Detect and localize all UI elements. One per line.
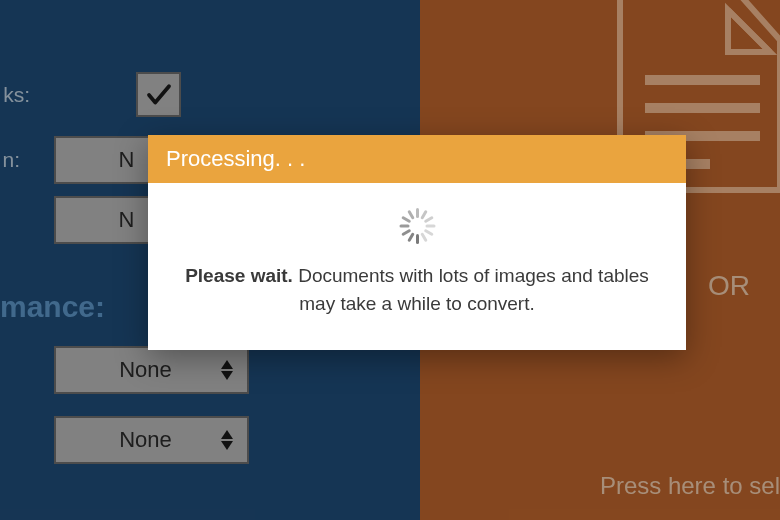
modal-title: Processing. . . bbox=[148, 135, 686, 183]
option-n1-value: N bbox=[119, 147, 135, 173]
or-label: OR bbox=[708, 270, 750, 302]
processing-modal: Processing. . . Please wait. Documents w… bbox=[148, 135, 686, 350]
modal-message-tail: Documents with lots of images and tables… bbox=[298, 265, 649, 314]
stepper-arrows-icon bbox=[221, 360, 233, 380]
links-checkbox[interactable] bbox=[136, 72, 181, 117]
press-here-label: Press here to sel bbox=[600, 472, 780, 500]
option-n1-label: n: bbox=[0, 148, 30, 172]
check-icon bbox=[144, 80, 174, 110]
performance-stepper-2[interactable]: None bbox=[54, 416, 249, 464]
modal-message: Please wait. Documents with lots of imag… bbox=[178, 262, 656, 317]
performance-stepper-1-value: None bbox=[70, 357, 221, 383]
performance-stepper-2-value: None bbox=[70, 427, 221, 453]
modal-wait-label: Please wait. bbox=[185, 265, 293, 286]
links-label: ks: bbox=[0, 83, 40, 107]
stepper-arrows-icon bbox=[221, 430, 233, 450]
option-n2-value: N bbox=[119, 207, 135, 233]
performance-stepper-1[interactable]: None bbox=[54, 346, 249, 394]
spinner-icon bbox=[399, 208, 435, 244]
performance-heading: mance: bbox=[0, 290, 105, 324]
